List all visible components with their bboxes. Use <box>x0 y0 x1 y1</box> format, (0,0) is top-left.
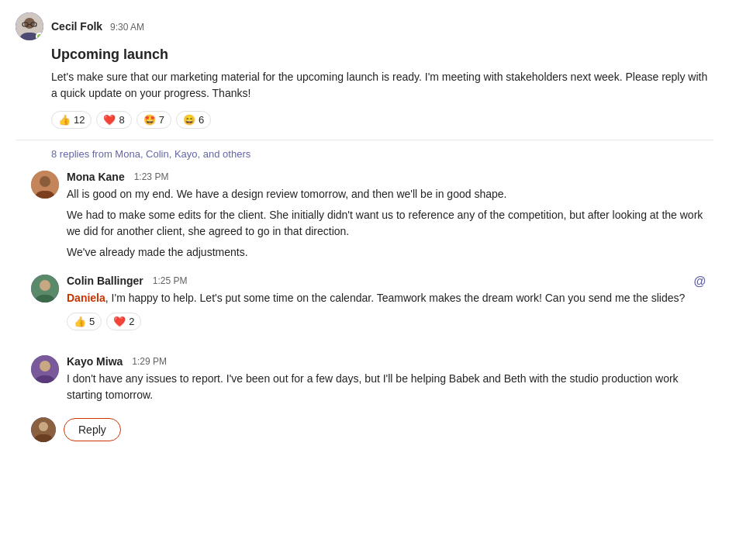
post-author: Cecil Folk <box>51 20 102 33</box>
reaction-thumbsup[interactable]: 👍 5 <box>67 313 102 330</box>
mention-daniela: Daniela <box>67 292 105 304</box>
reply-text: I don't have any issues to report. I've … <box>67 371 713 403</box>
reaction-emoji: ❤️ <box>113 316 126 327</box>
reaction-emoji: 😄 <box>183 114 195 126</box>
reaction-thumbsup[interactable]: 👍 12 <box>51 111 92 129</box>
reply-content: Kayo Miwa 1:29 PM I don't have any issue… <box>67 355 713 403</box>
reaction-grinning[interactable]: 😄 6 <box>176 111 211 129</box>
online-indicator <box>36 33 43 40</box>
reaction-count: 8 <box>119 114 124 126</box>
post-body: Let's make sure that our marketing mater… <box>51 69 713 102</box>
reaction-heart[interactable]: ❤️ 2 <box>106 313 141 330</box>
reaction-count: 5 <box>89 316 95 327</box>
reply-content: Colin Ballinger 1:25 PM Daniela, I'm hap… <box>67 275 713 341</box>
reaction-count: 7 <box>159 114 164 126</box>
reaction-count: 12 <box>74 114 85 126</box>
reply-header: Kayo Miwa 1:29 PM <box>67 355 713 368</box>
reply-author: Mona Kane <box>67 171 125 183</box>
reaction-count: 2 <box>129 316 134 327</box>
svg-point-1 <box>24 18 35 29</box>
at-mention-badge: @ <box>693 275 706 289</box>
reply-header: Colin Ballinger 1:25 PM <box>67 275 713 287</box>
reaction-starstruck[interactable]: 🤩 7 <box>136 111 171 129</box>
avatar-mona <box>31 171 59 199</box>
reply-author: Colin Ballinger <box>67 275 143 287</box>
avatar-colin <box>31 275 59 302</box>
reply-timestamp: 1:25 PM <box>153 275 188 286</box>
reply-text: All is good on my end. We have a design … <box>67 186 713 261</box>
post-timestamp: 9:30 AM <box>110 22 144 33</box>
reaction-count: 6 <box>199 114 204 126</box>
reply-text: Daniela, I'm happy to help. Let's put so… <box>67 290 713 306</box>
section-divider <box>16 140 713 140</box>
reaction-emoji: 👍 <box>58 114 71 126</box>
replies-header[interactable]: 8 replies from Mona, Colin, Kayo, and ot… <box>51 148 713 160</box>
reply-button-row: Reply <box>31 417 713 442</box>
reply-author: Kayo Miwa <box>67 355 123 368</box>
avatar-kayo <box>31 355 59 383</box>
main-post-reactions: 👍 12 ❤️ 8 🤩 7 😄 6 <box>51 111 713 129</box>
reply-button[interactable]: Reply <box>64 418 121 441</box>
avatar-current-user <box>31 417 56 442</box>
reply-timestamp: 1:29 PM <box>132 356 167 367</box>
reply-content: Mona Kane 1:23 PM All is good on my end.… <box>67 171 713 261</box>
svg-point-10 <box>40 280 50 291</box>
reply-item: Colin Ballinger 1:25 PM Daniela, I'm hap… <box>31 275 713 341</box>
svg-point-7 <box>40 176 50 187</box>
post-title: Upcoming launch <box>51 47 713 63</box>
replies-section: Mona Kane 1:23 PM All is good on my end.… <box>31 171 713 403</box>
avatar-cecilfolk <box>16 12 43 40</box>
reaction-emoji: 👍 <box>74 316 86 327</box>
svg-point-13 <box>40 361 50 372</box>
svg-point-16 <box>39 422 48 431</box>
reaction-emoji: 🤩 <box>143 114 156 126</box>
reply-item: Kayo Miwa 1:29 PM I don't have any issue… <box>31 355 713 403</box>
reply-timestamp: 1:23 PM <box>134 171 169 182</box>
reaction-emoji: ❤️ <box>103 114 116 126</box>
reaction-heart[interactable]: ❤️ 8 <box>96 111 131 129</box>
reply-header: Mona Kane 1:23 PM <box>67 171 713 183</box>
reply-reactions: 👍 5 ❤️ 2 <box>67 313 713 330</box>
reply-item: Mona Kane 1:23 PM All is good on my end.… <box>31 171 713 261</box>
